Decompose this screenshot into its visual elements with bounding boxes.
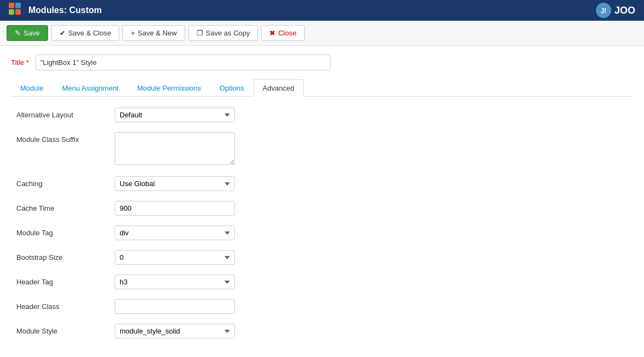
label-cache-time: Cache Time — [16, 201, 115, 212]
label-alternative-layout: Alternative Layout — [16, 108, 115, 119]
control-bootstrap-size: 0 1 2 — [115, 250, 235, 265]
close-label: Close — [278, 29, 296, 37]
textarea-module-class-suffix[interactable] — [115, 132, 235, 165]
close-icon — [269, 29, 275, 37]
save-new-label: Save & New — [138, 29, 177, 37]
save-close-label: Save & Close — [68, 29, 111, 37]
top-bar-left: Modules: Custom — [9, 3, 102, 18]
joomla-logo-text: JOO — [615, 5, 635, 16]
save-copy-button[interactable]: Save as Copy — [188, 25, 258, 41]
form-row-caching: Caching Use Global No Caching — [16, 176, 628, 191]
label-module-tag: Module Tag — [16, 225, 115, 237]
form-row-header-class: Header Class — [16, 299, 628, 314]
save-label: Save — [23, 29, 40, 37]
tab-module-permissions[interactable]: Module Permissions — [128, 79, 210, 97]
save-icon — [15, 29, 21, 37]
select-caching[interactable]: Use Global No Caching — [115, 176, 235, 191]
control-alternative-layout: Default — [115, 108, 235, 122]
svg-rect-3 — [15, 9, 21, 15]
select-alternative-layout[interactable]: Default — [115, 108, 235, 122]
form-row-header-tag: Header Tag h1 h2 h3 h4 h5 h6 — [16, 275, 628, 289]
form-row-module-class-suffix: Module Class Suffix — [16, 132, 628, 166]
tab-options[interactable]: Options — [210, 79, 253, 97]
svg-rect-2 — [9, 9, 14, 15]
form-row-alternative-layout: Alternative Layout Default — [16, 108, 628, 122]
copy-icon — [197, 29, 203, 37]
form-section: Alternative Layout Default Module Class … — [11, 108, 633, 338]
control-module-style: module_style_solid module_style_outline … — [115, 324, 235, 338]
plus-icon — [131, 29, 135, 37]
control-module-class-suffix — [115, 132, 235, 166]
select-module-style[interactable]: module_style_solid module_style_outline … — [115, 324, 235, 338]
close-button[interactable]: Close — [261, 25, 304, 41]
joomla-logo: J! JOO — [595, 2, 635, 19]
label-bootstrap-size: Bootstrap Size — [16, 250, 115, 261]
input-cache-time[interactable] — [115, 201, 235, 216]
label-caching: Caching — [16, 176, 115, 188]
form-row-module-tag: Module Tag div section aside — [16, 225, 628, 240]
label-module-style: Module Style — [16, 324, 115, 335]
save-close-button[interactable]: Save & Close — [51, 25, 120, 41]
content-area: Title * Module Menu Assignment Module Pe… — [0, 46, 644, 357]
label-module-class-suffix: Module Class Suffix — [16, 132, 115, 144]
toolbar: Save Save & Close Save & New Save as Cop… — [0, 21, 644, 46]
label-header-class: Header Class — [16, 299, 115, 311]
tabs: Module Menu Assignment Module Permission… — [11, 79, 633, 97]
top-bar: Modules: Custom J! JOO — [0, 0, 644, 21]
svg-rect-1 — [15, 3, 21, 8]
input-header-class[interactable] — [115, 299, 235, 314]
label-header-tag: Header Tag — [16, 275, 115, 286]
control-header-tag: h1 h2 h3 h4 h5 h6 — [115, 275, 235, 289]
tab-module[interactable]: Module — [11, 79, 53, 97]
required-marker: * — [26, 58, 29, 67]
save-button[interactable]: Save — [7, 25, 48, 41]
title-row: Title * — [11, 55, 633, 70]
tab-menu-assignment[interactable]: Menu Assignment — [53, 79, 128, 97]
svg-rect-0 — [9, 3, 14, 8]
select-header-tag[interactable]: h1 h2 h3 h4 h5 h6 — [115, 275, 235, 289]
form-row-module-style: Module Style module_style_solid module_s… — [16, 324, 628, 338]
svg-text:J!: J! — [601, 7, 607, 15]
select-module-tag[interactable]: div section aside — [115, 225, 235, 240]
joomla-logo-icon: J! — [595, 2, 612, 19]
save-new-button[interactable]: Save & New — [122, 25, 185, 41]
page-title: Modules: Custom — [28, 5, 102, 15]
select-bootstrap-size[interactable]: 0 1 2 — [115, 250, 235, 265]
tab-advanced[interactable]: Advanced — [253, 79, 304, 97]
control-caching: Use Global No Caching — [115, 176, 235, 191]
form-row-cache-time: Cache Time — [16, 201, 628, 216]
title-input[interactable] — [36, 55, 330, 70]
joomla-icon — [9, 3, 24, 18]
save-copy-label: Save as Copy — [206, 29, 250, 37]
control-module-tag: div section aside — [115, 225, 235, 240]
check-icon — [60, 29, 66, 37]
control-cache-time — [115, 201, 235, 216]
control-header-class — [115, 299, 235, 314]
title-label: Title * — [11, 58, 29, 67]
form-row-bootstrap-size: Bootstrap Size 0 1 2 — [16, 250, 628, 265]
